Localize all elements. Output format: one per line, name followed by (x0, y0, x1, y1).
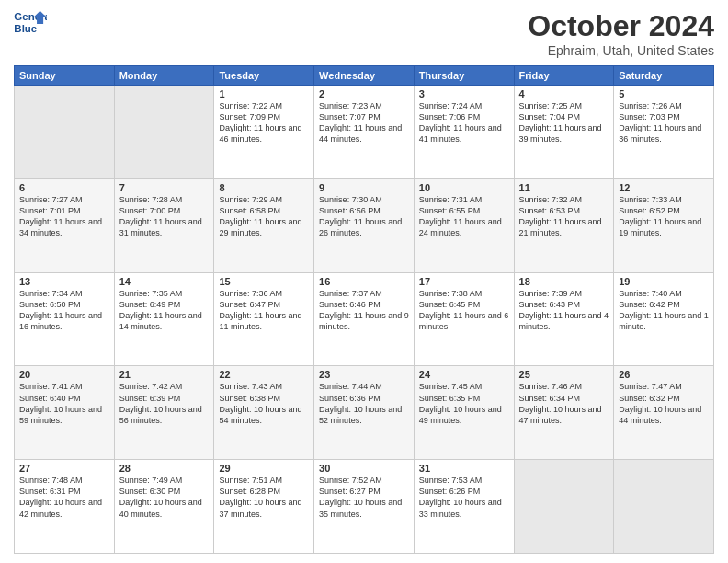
day-info: Sunrise: 7:45 AM Sunset: 6:35 PM Dayligh… (419, 381, 509, 426)
calendar-cell (15, 86, 115, 179)
calendar-cell: 17Sunrise: 7:38 AM Sunset: 6:45 PM Dayli… (414, 272, 514, 366)
calendar-cell: 13Sunrise: 7:34 AM Sunset: 6:50 PM Dayli… (15, 272, 115, 366)
day-info: Sunrise: 7:53 AM Sunset: 6:26 PM Dayligh… (419, 475, 509, 520)
day-info: Sunrise: 7:27 AM Sunset: 7:01 PM Dayligh… (19, 194, 109, 239)
calendar-cell: 25Sunrise: 7:46 AM Sunset: 6:34 PM Dayli… (514, 366, 614, 460)
calendar-cell: 3Sunrise: 7:24 AM Sunset: 7:06 PM Daylig… (414, 86, 514, 179)
day-info: Sunrise: 7:28 AM Sunset: 7:00 PM Dayligh… (119, 194, 210, 239)
day-info: Sunrise: 7:31 AM Sunset: 6:55 PM Dayligh… (419, 194, 509, 239)
calendar-cell: 29Sunrise: 7:51 AM Sunset: 6:28 PM Dayli… (214, 460, 314, 554)
day-number: 28 (119, 463, 210, 474)
calendar-cell: 30Sunrise: 7:52 AM Sunset: 6:27 PM Dayli… (314, 460, 415, 554)
calendar-cell: 24Sunrise: 7:45 AM Sunset: 6:35 PM Dayli… (414, 366, 514, 460)
calendar-cell: 23Sunrise: 7:44 AM Sunset: 6:36 PM Dayli… (314, 366, 415, 460)
day-info: Sunrise: 7:52 AM Sunset: 6:27 PM Dayligh… (319, 475, 409, 520)
day-number: 16 (319, 276, 409, 287)
day-number: 4 (519, 88, 609, 99)
day-number: 19 (619, 276, 709, 287)
weekday-header-wednesday: Wednesday (314, 66, 415, 86)
week-row-3: 13Sunrise: 7:34 AM Sunset: 6:50 PM Dayli… (15, 272, 714, 366)
day-info: Sunrise: 7:49 AM Sunset: 6:30 PM Dayligh… (119, 475, 210, 520)
calendar-cell: 15Sunrise: 7:36 AM Sunset: 6:47 PM Dayli… (214, 272, 314, 366)
day-number: 2 (319, 88, 409, 99)
day-number: 3 (419, 88, 509, 99)
weekday-header-sunday: Sunday (15, 66, 115, 86)
day-number: 26 (619, 369, 709, 380)
week-row-2: 6Sunrise: 7:27 AM Sunset: 7:01 PM Daylig… (15, 178, 714, 272)
day-number: 7 (119, 182, 210, 193)
day-info: Sunrise: 7:34 AM Sunset: 6:50 PM Dayligh… (19, 288, 109, 333)
calendar-cell: 20Sunrise: 7:41 AM Sunset: 6:40 PM Dayli… (15, 366, 115, 460)
calendar-cell: 21Sunrise: 7:42 AM Sunset: 6:39 PM Dayli… (114, 366, 214, 460)
day-info: Sunrise: 7:47 AM Sunset: 6:32 PM Dayligh… (619, 381, 709, 426)
day-number: 18 (519, 276, 609, 287)
day-info: Sunrise: 7:37 AM Sunset: 6:46 PM Dayligh… (319, 288, 409, 333)
calendar-cell: 11Sunrise: 7:32 AM Sunset: 6:53 PM Dayli… (514, 178, 614, 272)
day-info: Sunrise: 7:24 AM Sunset: 7:06 PM Dayligh… (419, 100, 509, 145)
day-number: 23 (319, 369, 409, 380)
month-title: October 2024 (528, 9, 714, 43)
day-number: 27 (19, 463, 109, 474)
day-info: Sunrise: 7:36 AM Sunset: 6:47 PM Dayligh… (219, 288, 309, 333)
day-number: 20 (19, 369, 109, 380)
page: General Blue October 2024 Ephraim, Utah,… (0, 0, 728, 563)
weekday-header-monday: Monday (114, 66, 214, 86)
calendar-cell: 8Sunrise: 7:29 AM Sunset: 6:58 PM Daylig… (214, 178, 314, 272)
location: Ephraim, Utah, United States (528, 43, 714, 58)
day-number: 10 (419, 182, 509, 193)
week-row-4: 20Sunrise: 7:41 AM Sunset: 6:40 PM Dayli… (15, 366, 714, 460)
day-info: Sunrise: 7:25 AM Sunset: 7:04 PM Dayligh… (519, 100, 609, 145)
day-info: Sunrise: 7:39 AM Sunset: 6:43 PM Dayligh… (519, 288, 609, 333)
week-row-1: 1Sunrise: 7:22 AM Sunset: 7:09 PM Daylig… (15, 86, 714, 179)
day-number: 13 (19, 276, 109, 287)
day-number: 21 (119, 369, 210, 380)
svg-text:Blue: Blue (14, 23, 37, 34)
logo: General Blue (14, 9, 47, 37)
day-info: Sunrise: 7:23 AM Sunset: 7:07 PM Dayligh… (319, 100, 409, 145)
calendar-cell (514, 460, 614, 554)
day-number: 15 (219, 276, 309, 287)
calendar-cell: 31Sunrise: 7:53 AM Sunset: 6:26 PM Dayli… (414, 460, 514, 554)
title-block: October 2024 Ephraim, Utah, United State… (528, 9, 714, 58)
day-info: Sunrise: 7:40 AM Sunset: 6:42 PM Dayligh… (619, 288, 709, 333)
day-number: 22 (219, 369, 309, 380)
day-info: Sunrise: 7:48 AM Sunset: 6:31 PM Dayligh… (19, 475, 109, 520)
day-info: Sunrise: 7:43 AM Sunset: 6:38 PM Dayligh… (219, 381, 309, 426)
day-info: Sunrise: 7:44 AM Sunset: 6:36 PM Dayligh… (319, 381, 409, 426)
calendar-cell: 6Sunrise: 7:27 AM Sunset: 7:01 PM Daylig… (15, 178, 115, 272)
calendar-cell: 2Sunrise: 7:23 AM Sunset: 7:07 PM Daylig… (314, 86, 415, 179)
day-number: 11 (519, 182, 609, 193)
day-number: 29 (219, 463, 309, 474)
calendar-cell: 7Sunrise: 7:28 AM Sunset: 7:00 PM Daylig… (114, 178, 214, 272)
weekday-header-friday: Friday (514, 66, 614, 86)
day-info: Sunrise: 7:51 AM Sunset: 6:28 PM Dayligh… (219, 475, 309, 520)
calendar-cell: 28Sunrise: 7:49 AM Sunset: 6:30 PM Dayli… (114, 460, 214, 554)
calendar-cell: 9Sunrise: 7:30 AM Sunset: 6:56 PM Daylig… (314, 178, 415, 272)
day-number: 30 (319, 463, 409, 474)
header: General Blue October 2024 Ephraim, Utah,… (14, 9, 714, 58)
weekday-header-row: SundayMondayTuesdayWednesdayThursdayFrid… (15, 66, 714, 86)
day-number: 6 (19, 182, 109, 193)
calendar-cell: 4Sunrise: 7:25 AM Sunset: 7:04 PM Daylig… (514, 86, 614, 179)
weekday-header-saturday: Saturday (614, 66, 714, 86)
weekday-header-thursday: Thursday (414, 66, 514, 86)
day-number: 31 (419, 463, 509, 474)
day-info: Sunrise: 7:41 AM Sunset: 6:40 PM Dayligh… (19, 381, 109, 426)
day-number: 12 (619, 182, 709, 193)
calendar-cell: 19Sunrise: 7:40 AM Sunset: 6:42 PM Dayli… (614, 272, 714, 366)
calendar-cell: 22Sunrise: 7:43 AM Sunset: 6:38 PM Dayli… (214, 366, 314, 460)
calendar-cell: 1Sunrise: 7:22 AM Sunset: 7:09 PM Daylig… (214, 86, 314, 179)
day-info: Sunrise: 7:29 AM Sunset: 6:58 PM Dayligh… (219, 194, 309, 239)
day-number: 17 (419, 276, 509, 287)
calendar-cell: 14Sunrise: 7:35 AM Sunset: 6:49 PM Dayli… (114, 272, 214, 366)
day-number: 9 (319, 182, 409, 193)
calendar-cell (614, 460, 714, 554)
calendar-cell: 27Sunrise: 7:48 AM Sunset: 6:31 PM Dayli… (15, 460, 115, 554)
day-number: 24 (419, 369, 509, 380)
calendar-cell: 12Sunrise: 7:33 AM Sunset: 6:52 PM Dayli… (614, 178, 714, 272)
day-number: 8 (219, 182, 309, 193)
logo-icon: General Blue (14, 9, 47, 37)
day-number: 1 (219, 88, 309, 99)
day-info: Sunrise: 7:35 AM Sunset: 6:49 PM Dayligh… (119, 288, 210, 333)
day-info: Sunrise: 7:33 AM Sunset: 6:52 PM Dayligh… (619, 194, 709, 239)
